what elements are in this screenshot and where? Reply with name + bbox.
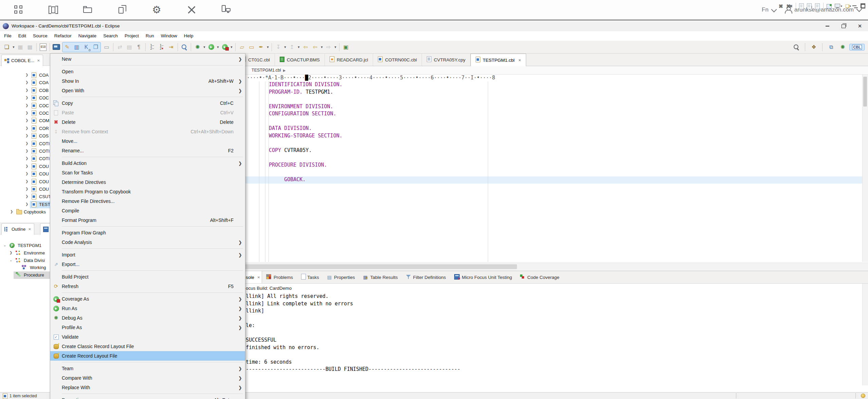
quick-annotate-dropdown[interactable]: ▼	[266, 42, 270, 52]
chevron-right-icon[interactable]: ❯	[25, 149, 28, 153]
notification-bulb-icon[interactable]	[861, 394, 865, 398]
menu-item-replace-with[interactable]: Replace With❯	[50, 383, 245, 392]
show-columns-icon[interactable]: ▥	[72, 42, 81, 52]
chevron-right-icon[interactable]: ❯	[25, 96, 28, 99]
menu-item-build-action[interactable]: Build Action❯	[50, 158, 245, 168]
chevron-right-icon[interactable]: ❯	[10, 210, 13, 213]
binary-file-icon[interactable]: 010	[39, 42, 48, 52]
menu-search[interactable]: Search	[100, 31, 121, 41]
copy-screen-icon[interactable]	[117, 5, 128, 15]
open-resource-icon[interactable]: ▱	[238, 42, 246, 52]
chevron-right-icon[interactable]: ❯	[25, 88, 28, 92]
tab-micro-focus-unit-testing[interactable]: UMicro Focus Unit Testing	[450, 271, 516, 283]
chevron-right-icon[interactable]: ❯	[25, 103, 28, 107]
editor-tab-coactup-bms[interactable]: COACTUP.BMS	[275, 54, 325, 66]
renumber-icon[interactable]: 1—2—	[148, 42, 156, 52]
menu-item-create-classic-record-layout-file[interactable]: ✦Create Classic Record Layout File	[50, 342, 245, 351]
debug-dropdown[interactable]: ▼	[202, 42, 206, 52]
new-wizard-dropdown[interactable]: ▼	[12, 42, 16, 52]
search-icon[interactable]	[792, 42, 801, 52]
back-history-icon[interactable]: ⇦	[311, 42, 319, 52]
run-icon[interactable]: ▶	[207, 42, 216, 52]
chevron-down-icon[interactable]: ⌄	[3, 243, 6, 247]
remote-terminal-icon[interactable]	[52, 42, 61, 52]
smart-edit-marker-icon[interactable]: ✎	[63, 42, 72, 52]
cobol-numbering-icon[interactable]: K⚙	[82, 42, 91, 52]
push-changes-dropdown[interactable]: ▼	[297, 42, 301, 52]
menu-item-show-in[interactable]: Show InAlt+Shift+W❯	[50, 76, 245, 86]
show-whitespace-icon[interactable]: ¶	[134, 42, 143, 52]
chevron-right-icon[interactable]: ❯	[10, 251, 12, 254]
menu-item-transform-program-to-copybook[interactable]: Transform Program to Copybook	[50, 187, 245, 196]
chevron-right-icon[interactable]: ❯	[25, 179, 28, 183]
menu-item-export[interactable]: ⇗Export...	[50, 260, 245, 269]
menu-project[interactable]: Project	[121, 31, 142, 41]
chevron-right-icon[interactable]: ❯	[25, 194, 28, 198]
expand-copybooks-icon[interactable]: ❐	[91, 42, 100, 52]
console-output[interactable]: llink] All rights reserved.llink] Link c…	[217, 293, 862, 374]
run-coverage-icon[interactable]: ▶	[220, 42, 229, 52]
menu-item-remove-file-directives[interactable]: Remove File Directives...	[50, 196, 245, 206]
menu-item-run-as[interactable]: ▶Run As❯	[50, 304, 245, 313]
tab-properties[interactable]: ▤Properties	[323, 271, 359, 283]
forward-history-dropdown[interactable]: ▼	[333, 42, 337, 52]
close-icon[interactable]: ✕	[257, 276, 260, 279]
run-dropdown[interactable]: ▼	[216, 42, 220, 52]
pin-console-icon[interactable]	[827, 2, 832, 11]
search-declaration-icon[interactable]	[180, 42, 189, 52]
menu-item-import[interactable]: Import❯	[50, 250, 245, 260]
chevron-right-icon[interactable]: ❯	[25, 187, 28, 191]
window-panels-icon[interactable]	[48, 5, 58, 15]
menu-item-format-program[interactable]: Format ProgramAlt+Shift+F	[50, 215, 245, 225]
close-icon[interactable]: ✕	[28, 227, 31, 231]
open-perspective-icon[interactable]: ❖	[809, 42, 818, 52]
close-icon[interactable]: ✕	[518, 58, 521, 62]
chevron-right-icon[interactable]: ❯	[25, 202, 28, 206]
editor-tab-cotrn00c-cbl[interactable]: COTRN00C.cbl	[373, 54, 422, 66]
close-button[interactable]: ✕	[852, 21, 868, 31]
menu-file[interactable]: File	[1, 31, 15, 41]
settings-gear-icon[interactable]: ⚙	[152, 5, 162, 15]
editor-tab-readcard-jcl[interactable]: READCARD.jcl	[325, 54, 373, 66]
shift-code-icon[interactable]: ⇥	[167, 42, 176, 52]
menu-item-rename[interactable]: Rename...F2	[50, 146, 245, 155]
menu-item-new[interactable]: New❯	[50, 54, 245, 64]
console-scrollbar[interactable]	[862, 284, 868, 385]
tab-cobol-explorer[interactable]: COBOL E... ✕	[1, 55, 43, 66]
display-devices-icon[interactable]	[221, 5, 232, 15]
chevron-right-icon[interactable]: ❯	[25, 156, 28, 160]
back-history-dropdown[interactable]: ▼	[320, 42, 324, 52]
minimize-icon[interactable]	[854, 2, 858, 11]
code-editor[interactable]: IDENTIFICATION DIVISION.PROGRAM-ID. TEST…	[217, 81, 862, 262]
menu-item-program-flow-graph[interactable]: Program Flow Graph	[50, 228, 245, 238]
quick-annotate-icon[interactable]: ✒	[257, 42, 265, 52]
menu-item-code-analysis[interactable]: Code Analysis❯	[50, 238, 245, 247]
menu-edit[interactable]: Edit	[15, 31, 30, 41]
menu-item-copy[interactable]: CopyCtrl+C	[50, 98, 245, 108]
menu-item-determine-directives[interactable]: Determine Directives	[50, 177, 245, 187]
open-console-icon[interactable]: ❏▾	[845, 2, 851, 11]
tab-problems[interactable]: Problems	[262, 271, 297, 283]
editor-vertical-scrollbar[interactable]	[862, 75, 868, 262]
menu-item-open[interactable]: Open	[50, 67, 245, 76]
display-console-icon[interactable]: ▾	[835, 2, 842, 11]
editor-tab-testpgm1-cbl[interactable]: TESTPGM1.cbl✕	[470, 54, 526, 66]
chevron-right-icon[interactable]: ❯	[25, 111, 28, 115]
debug-perspective-icon[interactable]: ✺	[838, 42, 847, 52]
menu-item-compile[interactable]: Compile	[50, 206, 245, 215]
fn-keys-menu[interactable]: Fn	[762, 6, 776, 13]
apps-grid-icon[interactable]	[14, 5, 24, 15]
menu-window[interactable]: Window	[158, 31, 181, 41]
open-folder-icon[interactable]	[83, 5, 93, 15]
menu-item-coverage-as[interactable]: ▶Coverage As❯	[50, 294, 245, 304]
chevron-right-icon[interactable]: ❯	[25, 172, 28, 175]
minimize-button[interactable]	[819, 21, 835, 31]
team-perspective-icon[interactable]: ⧉	[827, 42, 835, 52]
menu-item-open-with[interactable]: Open With❯	[50, 86, 245, 95]
last-edit-location-icon[interactable]: ▣	[341, 42, 350, 52]
menu-item-properties[interactable]: PropertiesAlt+Enter	[50, 395, 245, 399]
tab-filter-definitions[interactable]: Filter Definitions	[402, 271, 450, 283]
menu-item-create-record-layout-file[interactable]: ✦Create Record Layout File	[50, 351, 245, 361]
maximize-icon[interactable]	[861, 2, 865, 11]
editor-tab-cvtra05y-cpy[interactable]: CVTRA05Y.cpy	[422, 54, 470, 66]
